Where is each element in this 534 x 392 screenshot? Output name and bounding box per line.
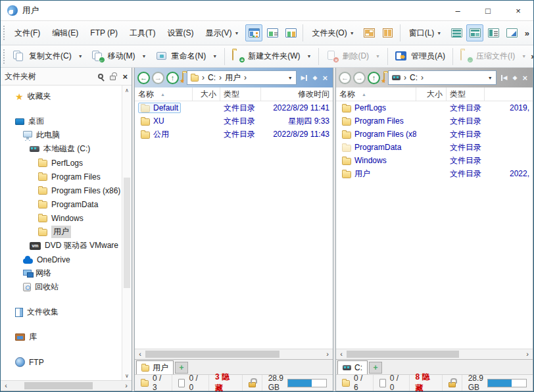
- column-name[interactable]: 名称▲: [135, 87, 193, 101]
- tree-item-this-pc[interactable]: 此电脑: [1, 128, 122, 142]
- column-size[interactable]: 大小: [193, 87, 220, 101]
- unlock-icon[interactable]: [249, 382, 256, 387]
- pane-swap-button[interactable]: ◆: [512, 75, 517, 81]
- column-type[interactable]: 类型: [447, 87, 485, 101]
- menu-folders[interactable]: 文件夹(O) ▼: [306, 25, 360, 41]
- scrollbar-thumb[interactable]: [124, 178, 130, 288]
- window-corner-button[interactable]: [503, 24, 520, 41]
- toolbar-gripper[interactable]: [3, 25, 5, 41]
- up-button[interactable]: ↑: [368, 72, 380, 84]
- pin-icon[interactable]: [110, 76, 116, 80]
- breadcrumb-dropdown-icon[interactable]: ▼: [288, 76, 293, 80]
- scroll-right-arrow[interactable]: ›: [522, 351, 533, 358]
- new-tab-button[interactable]: +: [369, 362, 382, 374]
- scroll-left-arrow[interactable]: ‹: [135, 351, 145, 358]
- tree-item-libraries[interactable]: 库: [1, 330, 122, 344]
- tree-item-windows[interactable]: Windows: [1, 211, 122, 225]
- tree-item-programdata[interactable]: ProgramData: [1, 197, 122, 211]
- breadcrumb-item-c[interactable]: C:: [208, 73, 216, 82]
- menu-tools[interactable]: 工具(T): [124, 25, 161, 41]
- view-large-icons-button[interactable]: [264, 24, 281, 41]
- toolbar-gripper[interactable]: [3, 49, 5, 64]
- scroll-down-arrow[interactable]: ∨: [122, 371, 132, 380]
- tree-item-favorites[interactable]: ★收藏夹: [1, 89, 122, 103]
- scroll-right-arrow[interactable]: ›: [121, 382, 132, 389]
- tree-item-file-collection[interactable]: 文件收集: [1, 305, 122, 319]
- pane-swap-button[interactable]: ◆: [312, 75, 317, 81]
- menu-settings[interactable]: 设置(S): [161, 25, 199, 41]
- favorites-button[interactable]: ★: [182, 73, 183, 82]
- list-horizontal-scrollbar[interactable]: ‹ ›: [336, 349, 533, 359]
- minimize-button[interactable]: –: [443, 1, 473, 20]
- forward-button[interactable]: →: [152, 72, 164, 84]
- menu-display[interactable]: 显示(V) ▼: [199, 25, 245, 41]
- back-button[interactable]: ←: [137, 72, 150, 84]
- tree-item-onedrive[interactable]: OneDrive: [1, 253, 122, 266]
- copy-files-button[interactable]: 复制文件(C) ▼: [9, 47, 87, 66]
- tree-item-program-files-x86[interactable]: Program Files (x86): [1, 184, 122, 197]
- list-horizontal-scrollbar[interactable]: ‹ ›: [135, 349, 333, 359]
- admin-button[interactable]: 管理员(A): [391, 47, 450, 66]
- scroll-right-arrow[interactable]: ›: [322, 351, 333, 358]
- file-name-box[interactable]: 用户: [339, 168, 373, 180]
- layout-grid-button[interactable]: [361, 24, 378, 41]
- pane-expand-right-button[interactable]: ▶: [301, 75, 308, 81]
- column-type[interactable]: 类型: [220, 87, 261, 101]
- window-rows-button[interactable]: [448, 24, 465, 41]
- scrollbar-thumb[interactable]: [145, 351, 279, 358]
- tree-item-dvd-drive[interactable]: vmDVD 驱动器 VMware: [1, 239, 122, 253]
- tree-item-desktop[interactable]: 桌面: [1, 114, 122, 128]
- breadcrumb-item-users[interactable]: 用户: [225, 72, 241, 84]
- table-row[interactable]: Program Files 文件目录: [336, 114, 533, 128]
- file-name-box[interactable]: 公用: [138, 128, 172, 141]
- layout-vertical-panes-button[interactable]: [379, 24, 397, 41]
- tree-item-program-files[interactable]: Program Files: [1, 170, 122, 184]
- new-tab-button[interactable]: +: [175, 362, 188, 374]
- table-row[interactable]: Program Files (x86) 文件目录: [336, 128, 533, 141]
- column-name[interactable]: 名称▲: [336, 87, 416, 101]
- tab-c-drive[interactable]: C:: [337, 360, 368, 374]
- scroll-left-arrow[interactable]: ‹: [1, 382, 11, 389]
- menu-edit[interactable]: 编辑(E): [46, 25, 84, 41]
- scroll-up-arrow[interactable]: ∧: [122, 86, 132, 95]
- tree-item-local-disk-c[interactable]: 本地磁盘 (C:): [1, 142, 122, 156]
- menu-ftp[interactable]: FTP (P): [84, 25, 124, 41]
- file-name-box[interactable]: Windows: [339, 155, 389, 166]
- favorites-button[interactable]: ★: [383, 73, 385, 82]
- back-button[interactable]: ←: [339, 72, 351, 84]
- file-name-box[interactable]: PerfLogs: [339, 103, 389, 113]
- table-row[interactable]: 用户 文件目录 2022,: [336, 167, 533, 180]
- table-row[interactable]: Windows 文件目录: [336, 154, 533, 167]
- table-row[interactable]: XU 文件目录 星期四 9:33: [135, 114, 333, 128]
- breadcrumb[interactable]: › C: › ▼: [388, 70, 497, 85]
- file-name-box[interactable]: XU: [138, 116, 167, 126]
- pane-expand-left-button[interactable]: ◀: [501, 75, 508, 81]
- zip-button[interactable]: ← 压缩文件(I) ▼: [456, 47, 531, 66]
- breadcrumb[interactable]: › C: › 用户 › ▼: [187, 70, 297, 85]
- view-tiles-button[interactable]: [282, 24, 299, 41]
- toolbar-overflow-chevron[interactable]: »: [525, 28, 529, 38]
- pane-close-button[interactable]: ×: [522, 74, 527, 82]
- file-name-box[interactable]: ProgramData: [339, 142, 404, 153]
- table-row[interactable]: 公用 文件目录 2022/8/29 11:43: [135, 128, 333, 141]
- table-row[interactable]: Default 文件目录 2022/8/29 11:41: [135, 101, 333, 114]
- up-button[interactable]: ↑: [166, 72, 179, 84]
- tree-item-network[interactable]: 网络: [1, 266, 122, 280]
- file-name-box[interactable]: Program Files (x86): [339, 129, 416, 139]
- file-name-box[interactable]: Default: [138, 103, 181, 113]
- scrollbar-thumb[interactable]: [347, 351, 459, 358]
- unlock-icon[interactable]: [449, 382, 456, 387]
- table-row[interactable]: ProgramData 文件目录: [336, 141, 533, 154]
- scroll-left-arrow[interactable]: ‹: [336, 351, 347, 358]
- window-list-button[interactable]: [485, 24, 502, 41]
- tree-horizontal-scrollbar[interactable]: ‹ ›: [1, 380, 132, 391]
- menu-file[interactable]: 文件(F): [9, 25, 46, 41]
- pane-close-button[interactable]: ×: [322, 74, 328, 82]
- tree-item-perflogs[interactable]: PerfLogs: [1, 156, 122, 170]
- table-row[interactable]: PerfLogs 文件目录 2019,: [336, 101, 533, 114]
- toolbar-overflow-chevron[interactable]: »: [531, 51, 534, 61]
- move-button[interactable]: ← 移动(M) ▼: [87, 47, 151, 66]
- tree-item-recycle-bin[interactable]: 回收站: [1, 280, 122, 294]
- delete-button[interactable]: × 删除(D) ▼: [322, 47, 385, 66]
- window-top-columns-button[interactable]: [466, 24, 483, 41]
